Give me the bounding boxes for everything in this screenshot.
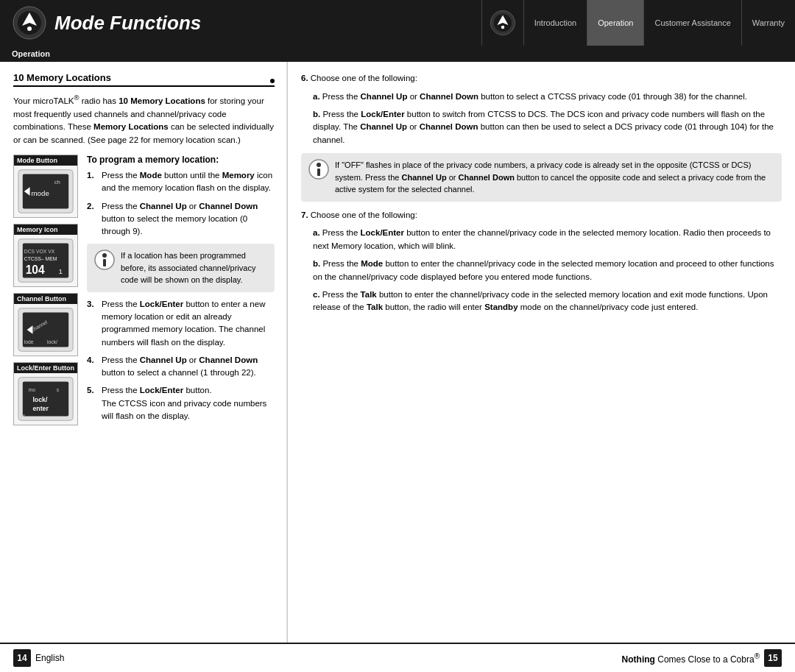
memory-icon-label: Memory Icon: [14, 224, 77, 235]
right-step-7b: b. Press the Mode button to enter the ch…: [313, 258, 782, 284]
svg-rect-37: [317, 169, 320, 176]
svg-text:1: 1: [59, 267, 63, 275]
svg-text:s: s: [57, 387, 60, 392]
mode-button-image: Mode Button mode ch: [13, 155, 78, 218]
step-2-num: 2.: [87, 200, 99, 238]
step-3: 3. Press the Lock/Enter button to enter …: [87, 298, 275, 349]
step-5-text: Press the Lock/Enter button.The CTCSS ic…: [102, 384, 275, 422]
channel-button-content: channel lode lock/: [14, 304, 77, 356]
svg-point-3: [27, 26, 32, 31]
section-title: 10 Memory Locations: [13, 72, 111, 83]
step-4-text: Press the Channel Up or Channel Down but…: [102, 354, 275, 380]
subheading: To program a memory location:: [87, 155, 275, 165]
section-dot: [270, 79, 275, 83]
note-icon-1: [94, 250, 115, 270]
channel-button-image: Channel Button channel lode lock/: [13, 293, 78, 356]
footer-language: English: [35, 653, 64, 663]
step-3-text: Press the Lock/Enter button to enter a n…: [102, 298, 275, 349]
lock-enter-svg: mo s lock/ enter w: [17, 375, 74, 422]
right-step-7c: c. Press the Talk button to enter the ch…: [313, 289, 782, 315]
step-1: 1. Press the Mode button until the Memor…: [87, 169, 275, 195]
svg-text:mode: mode: [32, 189, 49, 197]
nav-item-customer-assistance[interactable]: Customer Assistance: [643, 0, 741, 46]
page-header: Mode Functions Introduction Operation Cu…: [0, 0, 795, 46]
memory-icon-image: Memory Icon DCS VOX VX CTCSS– MEM 104 1: [13, 224, 78, 287]
mode-button-svg: mode ch: [17, 168, 74, 215]
footer-page-num-left: 14: [13, 649, 31, 667]
subheader-label: Operation: [12, 49, 50, 58]
lock-enter-button-image: Lock/Enter Button mo s lock/ enter w: [13, 362, 78, 425]
memory-icon-content: DCS VOX VX CTCSS– MEM 104 1: [14, 235, 77, 286]
footer-left: 14 English: [13, 649, 64, 667]
svg-text:DCS VOX VX: DCS VOX VX: [24, 249, 55, 254]
svg-text:w: w: [21, 413, 25, 418]
svg-text:104: 104: [26, 264, 45, 276]
svg-text:lock/: lock/: [47, 340, 57, 345]
step-3-num: 3.: [87, 298, 99, 349]
svg-rect-34: [103, 259, 106, 266]
images-column: Mode Button mode ch Memory Icon: [13, 155, 80, 431]
step-7-num: 7.: [301, 211, 308, 219]
svg-text:mo: mo: [29, 387, 36, 392]
section-heading: 10 Memory Locations: [13, 72, 275, 87]
header-nav-cobra-icon: [490, 10, 516, 36]
note-text-1: If a location has been programmed before…: [121, 250, 267, 286]
lock-enter-button-label: Lock/Enter Button: [14, 363, 77, 373]
footer-tagline: Nothing Comes Close to a Cobra®: [622, 652, 760, 665]
step-1-num: 1.: [87, 169, 99, 195]
svg-text:ch: ch: [54, 179, 60, 185]
main-content: 10 Memory Locations Your microTALK® radi…: [0, 62, 795, 643]
svg-text:lode: lode: [24, 340, 34, 345]
step-2-text: Press the Channel Up or Channel Down but…: [102, 200, 275, 238]
right-step-6a: a. Press the Channel Up or Channel Down …: [313, 91, 782, 104]
cobra-logo-icon: [12, 5, 47, 40]
svg-text:CTCSS– MEM: CTCSS– MEM: [24, 256, 57, 261]
footer-right: Nothing Comes Close to a Cobra® 15: [622, 649, 782, 667]
nav-item-warranty[interactable]: Warranty: [741, 0, 795, 46]
intro-text: Your microTALK® radio has 10 Memory Loca…: [13, 93, 275, 147]
svg-point-33: [102, 253, 107, 258]
channel-button-svg: channel lode lock/: [17, 306, 74, 353]
right-step-6-intro: 6. Choose one of the following:: [301, 72, 782, 85]
svg-text:lock/: lock/: [32, 396, 48, 403]
nav-item-introduction[interactable]: Introduction: [523, 0, 587, 46]
step-4: 4. Press the Channel Up or Channel Down …: [87, 354, 275, 380]
subheader-bar: Operation: [0, 46, 795, 62]
header-nav: Introduction Operation Customer Assistan…: [481, 0, 795, 46]
step-5-num: 5.: [87, 384, 99, 422]
note-box-2: If "OFF" flashes in place of the privacy…: [301, 153, 782, 202]
right-column: 6. Choose one of the following: a. Press…: [288, 62, 795, 643]
step-2: 2. Press the Channel Up or Channel Down …: [87, 200, 275, 238]
instruction-area: Mode Button mode ch Memory Icon: [13, 155, 275, 431]
memory-icon-svg: DCS VOX VX CTCSS– MEM 104 1: [17, 237, 74, 284]
page-footer: 14 English Nothing Comes Close to a Cobr…: [0, 643, 795, 672]
mode-button-label: Mode Button: [14, 155, 77, 166]
right-step-6b: b. Press the Lock/Enter button to switch…: [313, 108, 782, 147]
note-icon-2: [308, 159, 329, 180]
note-text-2: If "OFF" flashes in place of the privacy…: [335, 159, 774, 196]
right-step-7a: a. Press the Lock/Enter button to enter …: [313, 227, 782, 253]
channel-button-label: Channel Button: [14, 294, 77, 304]
lock-enter-button-content: mo s lock/ enter w: [14, 373, 77, 425]
left-column: 10 Memory Locations Your microTALK® radi…: [0, 62, 287, 643]
svg-text:enter: enter: [32, 405, 49, 412]
nav-item-operation[interactable]: Operation: [587, 0, 643, 46]
note-box-1: If a location has been programmed before…: [87, 244, 275, 292]
step-1-text: Press the Mode button until the Memory i…: [102, 169, 275, 195]
svg-point-36: [317, 163, 321, 167]
step-5: 5. Press the Lock/Enter button.The CTCSS…: [87, 384, 275, 422]
page-title: Mode Functions: [54, 12, 201, 35]
step-4-num: 4.: [87, 354, 99, 380]
svg-point-7: [501, 26, 504, 29]
step-6-num: 6.: [301, 74, 308, 82]
footer-page-num-right: 15: [764, 649, 782, 667]
right-step-7-intro: 7. Choose one of the following:: [301, 209, 782, 222]
mode-button-content: mode ch: [14, 166, 77, 217]
steps-column: To program a memory location: 1. Press t…: [87, 155, 275, 431]
